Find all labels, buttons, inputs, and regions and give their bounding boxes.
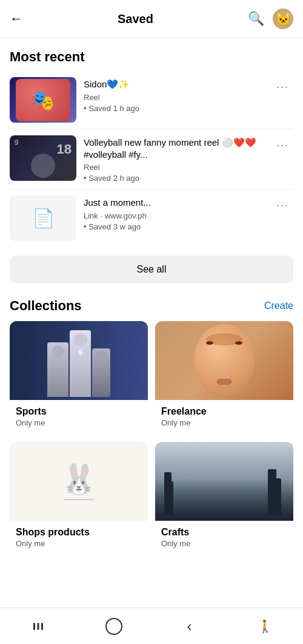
collection-card-crafts[interactable]: Crafts Only me xyxy=(155,442,293,555)
item-time: Saved 3 w ago xyxy=(84,222,264,231)
nav-back-button[interactable]: ‹ xyxy=(175,614,205,639)
collection-info-crafts: Crafts Only me xyxy=(155,521,293,555)
collection-info-freelance: Freelance Only me xyxy=(155,400,293,435)
nav-divider-button[interactable] xyxy=(23,614,53,639)
see-all-button[interactable]: See all xyxy=(10,256,293,283)
collection-thumb-freelance xyxy=(155,321,293,400)
item-type: Reel xyxy=(84,93,264,102)
collection-name: Crafts xyxy=(161,527,287,538)
nav-person-button[interactable]: 🚶 xyxy=(250,614,281,639)
saved-list: 🎭 Sidon💙✨ Reel Saved 1 h ago ··· 9 18 xyxy=(0,71,303,247)
bottom-nav: ‹ 🚶 xyxy=(0,608,303,644)
item-title: Just a moment... xyxy=(84,197,264,209)
collection-privacy: Only me xyxy=(161,418,287,427)
collections-grid: 9 Sports Only me xyxy=(0,321,303,555)
list-item[interactable]: 🎭 Sidon💙✨ Reel Saved 1 h ago ··· xyxy=(10,71,293,129)
item-time: Saved 2 h ago xyxy=(84,174,264,183)
list-item[interactable]: 📄 Just a moment... Link · www.gov.ph Sav… xyxy=(10,189,293,247)
back-button[interactable]: ← xyxy=(10,11,23,27)
collection-card-shops[interactable]: 🐰 Shops products Only me xyxy=(10,442,148,555)
main-content: Most recent 🎭 Sidon💙✨ Reel Saved 1 h ago… xyxy=(0,38,303,598)
item-info: Just a moment... Link · www.gov.ph Saved… xyxy=(84,195,264,231)
svg-rect-2 xyxy=(41,623,43,630)
collection-privacy: Only me xyxy=(16,418,142,427)
svg-rect-1 xyxy=(37,623,39,630)
list-item[interactable]: 9 18 Volleyball new fanny moment reel ⚪❤… xyxy=(10,129,293,189)
collection-privacy: Only me xyxy=(161,539,287,548)
collections-heading: Collections xyxy=(10,298,82,314)
thumbnail-sidon: 🎭 xyxy=(10,77,76,123)
header-icons: 🔍 🐱 xyxy=(248,8,293,29)
thumbnail-blank: 📄 xyxy=(10,195,76,241)
collection-card-freelance[interactable]: Freelance Only me xyxy=(155,321,293,435)
collection-thumb-crafts xyxy=(155,442,293,521)
header: ← Saved 🔍 🐱 xyxy=(0,0,303,38)
more-button[interactable]: ··· xyxy=(271,135,293,154)
collection-info-sports: Sports Only me xyxy=(10,400,148,435)
collection-name: Freelance xyxy=(161,406,287,417)
collection-privacy: Only me xyxy=(16,539,142,548)
item-type: Reel xyxy=(84,163,264,172)
most-recent-heading: Most recent xyxy=(0,38,303,71)
more-button[interactable]: ··· xyxy=(271,195,293,214)
item-time: Saved 1 h ago xyxy=(84,104,264,113)
page-title: Saved xyxy=(118,12,153,26)
thumbnail-volleyball: 9 18 xyxy=(10,135,76,181)
collection-thumb-sports: 9 xyxy=(10,321,148,400)
item-title: Sidon💙✨ xyxy=(84,78,264,90)
collection-info-shops: Shops products Only me xyxy=(10,521,148,555)
collection-thumb-shops: 🐰 xyxy=(10,442,148,521)
item-info: Sidon💙✨ Reel Saved 1 h ago xyxy=(84,77,264,113)
create-button[interactable]: Create xyxy=(264,300,293,311)
collections-header: Collections Create xyxy=(0,292,303,321)
nav-home-button[interactable] xyxy=(99,614,129,639)
svg-rect-0 xyxy=(33,623,35,630)
more-button[interactable]: ··· xyxy=(271,77,293,96)
collection-card-sports[interactable]: 9 Sports Only me xyxy=(10,321,148,435)
collection-name: Sports xyxy=(16,406,142,417)
item-type: Link · www.gov.ph xyxy=(84,211,264,220)
item-title: Volleyball new fanny moment reel ⚪❤️❤️ #… xyxy=(84,137,264,160)
item-info: Volleyball new fanny moment reel ⚪❤️❤️ #… xyxy=(84,135,264,183)
avatar[interactable]: 🐱 xyxy=(273,8,293,29)
collection-name: Shops products xyxy=(16,527,142,538)
search-button[interactable]: 🔍 xyxy=(248,11,264,27)
